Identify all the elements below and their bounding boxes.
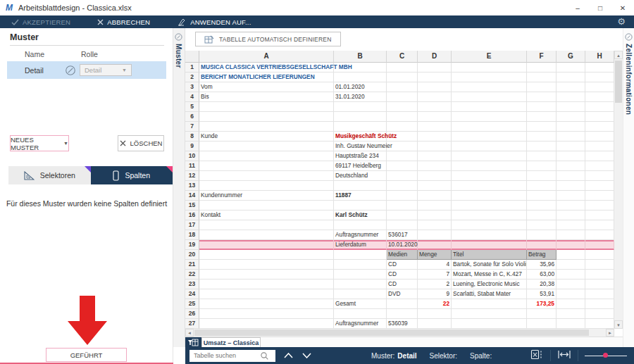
zoom-slider[interactable]: [585, 351, 627, 360]
cell-E5[interactable]: [452, 102, 527, 112]
cell-A20[interactable]: [199, 250, 334, 260]
cell-G26[interactable]: [557, 309, 585, 319]
cell-F16[interactable]: [527, 211, 557, 220]
cell-A11[interactable]: [199, 161, 334, 171]
cell-F23[interactable]: 20,38: [527, 280, 557, 289]
cell-A27[interactable]: [199, 319, 334, 329]
cell-H14[interactable]: [585, 191, 614, 201]
column-header-D[interactable]: D: [418, 51, 452, 63]
cell-F27[interactable]: [527, 319, 557, 329]
tab-spalten[interactable]: Spalten: [91, 166, 173, 184]
search-previous-button[interactable]: [282, 350, 294, 361]
cell-C12[interactable]: [387, 171, 418, 181]
cell-E18[interactable]: [452, 230, 527, 240]
cell-B8[interactable]: Musikgeschäft Schütz: [334, 132, 387, 142]
cell-F11[interactable]: [527, 161, 557, 171]
cell-G11[interactable]: [557, 161, 585, 171]
cell-B13[interactable]: [334, 181, 387, 191]
cell-D15[interactable]: [418, 201, 452, 211]
cell-G18[interactable]: [557, 230, 585, 240]
cell-E26[interactable]: [452, 309, 527, 319]
cell-F14[interactable]: [527, 191, 557, 201]
cell-H2[interactable]: [585, 73, 614, 82]
cell-A3[interactable]: Vom: [199, 82, 334, 92]
cell-H3[interactable]: [585, 82, 614, 92]
cell-G10[interactable]: [557, 151, 585, 161]
cell-A25[interactable]: [199, 299, 334, 309]
cell-D23[interactable]: 2: [418, 280, 452, 289]
cell-C19[interactable]: 10.01.2020: [387, 240, 418, 250]
cell-H8[interactable]: [585, 132, 614, 142]
cell-G16[interactable]: [557, 211, 585, 220]
cell-H5[interactable]: [585, 102, 614, 112]
sheet-tab-umsatz-classica[interactable]: Umsatz – Classica: [201, 337, 261, 347]
cell-B25[interactable]: Gesamt: [334, 299, 387, 309]
row-header-20[interactable]: 20: [185, 250, 199, 260]
select-all-corner[interactable]: [185, 51, 199, 63]
cell-F1[interactable]: [527, 63, 557, 73]
cell-D16[interactable]: [418, 211, 452, 220]
table-funnel-icon[interactable]: [185, 337, 201, 347]
pin-icon[interactable]: [625, 31, 633, 44]
row-header-1[interactable]: 1: [185, 63, 199, 73]
scroll-down-icon[interactable]: ▼: [614, 320, 623, 329]
cell-D21[interactable]: 4: [418, 260, 452, 270]
cell-G15[interactable]: [557, 201, 585, 211]
cell-D22[interactable]: 7: [418, 270, 452, 280]
cell-H25[interactable]: [585, 299, 614, 309]
cell-H15[interactable]: [585, 201, 614, 211]
gear-icon[interactable]: ⚙: [617, 15, 626, 28]
row-header-9[interactable]: 9: [185, 142, 199, 151]
cell-D26[interactable]: [418, 309, 452, 319]
cell-B6[interactable]: [334, 112, 387, 122]
row-header-25[interactable]: 25: [185, 299, 199, 309]
cell-F3[interactable]: [527, 82, 557, 92]
cell-C21[interactable]: CD: [387, 260, 418, 270]
cell-G17[interactable]: [557, 220, 585, 230]
cell-H26[interactable]: [585, 309, 614, 319]
cell-G1[interactable]: [557, 63, 585, 73]
column-header-F[interactable]: F: [527, 51, 557, 63]
cell-F9[interactable]: [527, 142, 557, 151]
cell-E21[interactable]: Bartok, Sonate für Solo Violine: [452, 260, 527, 270]
cell-C10[interactable]: [387, 151, 418, 161]
cell-A5[interactable]: [199, 102, 334, 112]
cell-G9[interactable]: [557, 142, 585, 151]
cell-B21[interactable]: [334, 260, 387, 270]
cell-A9[interactable]: [199, 142, 334, 151]
cell-B4[interactable]: 31.01.2020: [334, 92, 387, 102]
cell-D17[interactable]: [418, 220, 452, 230]
cell-A16[interactable]: Kontakt: [199, 211, 334, 220]
muster-dock-tab[interactable]: Muster: [173, 28, 185, 347]
zoom-slider-knob[interactable]: [603, 353, 608, 358]
cell-C14[interactable]: [387, 191, 418, 201]
cell-E11[interactable]: [452, 161, 527, 171]
cell-F18[interactable]: [527, 230, 557, 240]
pin-icon[interactable]: [175, 31, 182, 44]
apply-to-button[interactable]: ANWENDEN AUF...: [170, 15, 258, 28]
cell-B2[interactable]: [334, 73, 387, 82]
cell-F10[interactable]: [527, 151, 557, 161]
row-header-17[interactable]: 17: [185, 220, 199, 230]
cell-B18[interactable]: Auftragsnummer: [334, 230, 387, 240]
cell-C25[interactable]: [387, 299, 418, 309]
row-header-26[interactable]: 26: [185, 309, 199, 319]
cell-G12[interactable]: [557, 171, 585, 181]
row-header-18[interactable]: 18: [185, 230, 199, 240]
cell-C15[interactable]: [387, 201, 418, 211]
row-header-27[interactable]: 27: [185, 319, 199, 329]
delete-button[interactable]: LÖSCHEN: [118, 135, 164, 151]
cell-D1[interactable]: [418, 63, 452, 73]
scroll-left-icon[interactable]: ◄: [185, 329, 194, 337]
cell-A22[interactable]: [199, 270, 334, 280]
cell-G14[interactable]: [557, 191, 585, 201]
search-next-button[interactable]: [301, 350, 312, 361]
cell-H24[interactable]: [585, 289, 614, 299]
excel-export-icon[interactable]: [530, 349, 544, 363]
cell-E9[interactable]: [452, 142, 527, 151]
cell-D19[interactable]: [418, 240, 452, 250]
cell-C22[interactable]: CD: [387, 270, 418, 280]
cell-F21[interactable]: 35,96: [527, 260, 557, 270]
cell-C13[interactable]: [387, 181, 418, 191]
cell-A4[interactable]: Bis: [199, 92, 334, 102]
